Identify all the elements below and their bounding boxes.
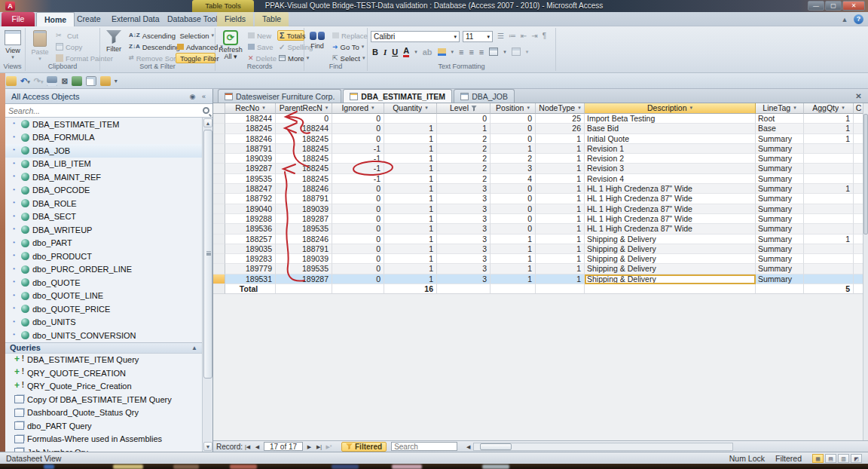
cell[interactable]: 1 [384,194,437,204]
row-selector[interactable] [213,164,225,173]
queries-section-header[interactable]: Queries▲ [5,342,202,354]
cell[interactable]: 1 [384,124,437,133]
tab-create[interactable]: Create [69,12,108,26]
cell[interactable]: Base Bid [585,124,756,133]
cell[interactable]: Revision 1 [585,144,756,154]
cell[interactable] [804,254,854,264]
cell[interactable]: Import Beta Testing [585,114,756,124]
cell[interactable]: 3 [437,234,491,244]
fill-color-button[interactable] [438,48,446,56]
taskbar-item[interactable] [113,464,143,469]
cell[interactable] [804,204,854,214]
column-header[interactable]: ParentRecN▾ [276,103,332,114]
qat-redo-icon[interactable]: ↷▾ [34,76,44,86]
row-selector[interactable] [213,144,225,154]
row-selector[interactable] [213,134,225,144]
row-selector[interactable] [213,154,225,164]
column-dropdown-icon[interactable]: ▾ [425,103,428,113]
increase-indent-icon[interactable]: ⇥ [531,32,537,40]
cell[interactable]: HL 1 High Credenza 87" Wide [585,204,756,214]
cell[interactable]: 188791 [276,244,332,254]
cell[interactable]: Summary [756,174,804,184]
cell[interactable]: HL 1 High Credenza 87" Wide [585,214,756,224]
nav-pane-header[interactable]: All Access Objects ◉ « [5,89,212,104]
cell[interactable]: 1 [384,184,437,194]
cell[interactable]: 0 [332,244,384,254]
datasheet-view-button[interactable]: ▦ [812,454,824,463]
cell[interactable]: 1 [491,234,536,244]
cell[interactable]: 188245 [276,164,332,173]
save-record-button[interactable]: Save [246,41,277,52]
column-dropdown-icon[interactable]: ▾ [793,103,796,113]
column-header[interactable]: Level [437,103,491,114]
column-dropdown-icon[interactable]: ▾ [578,103,581,113]
cell[interactable]: 1 [536,154,585,164]
cell[interactable]: Summary [756,224,804,234]
taskbar-item[interactable] [392,464,422,469]
column-header[interactable]: Description▾ [585,103,756,114]
nav-search-box[interactable] [5,104,212,118]
italic-button[interactable]: I [384,48,387,57]
sidebar-item-table[interactable]: *DBA_MAINT_REF [5,170,202,184]
sidebar-item-table[interactable]: *dbo_QUOTE_PRICE [5,302,202,316]
cell[interactable]: Shipping & Delivery [585,254,756,264]
cell[interactable]: 1 [536,174,585,184]
cell[interactable]: 1 [804,134,854,144]
cell[interactable]: 0 [332,274,384,284]
qat-print-preview-icon[interactable] [86,76,96,86]
qat-new-folder-icon[interactable] [100,76,111,86]
cell[interactable]: 189039 [276,254,332,264]
column-header[interactable]: Position▾ [491,103,536,114]
cell[interactable]: Base [756,124,804,133]
spelling-button[interactable]: ✓Spelling [277,41,304,52]
tab-file[interactable]: File [2,12,35,26]
qat-save-icon[interactable] [47,76,57,86]
cell[interactable]: 1 [384,154,437,164]
nav-scroll-thumb[interactable] [203,130,212,379]
cell[interactable]: 1 [536,224,585,234]
document-tab[interactable]: DBA_ESTIMATE_ITEM [343,89,452,103]
cell[interactable]: 3 [437,194,491,204]
nav-menu-icon[interactable]: ◉ [187,93,198,100]
record-position[interactable]: 17 of 17 [264,442,303,451]
ascending-button[interactable]: A↓ZAscending [127,30,174,41]
sidebar-item-table[interactable]: *dbo_UNITS [5,316,202,330]
row-selector[interactable] [213,214,225,224]
sidebar-item-table[interactable]: *dbo_QUOTE [5,276,202,290]
cell[interactable]: Summary [756,274,804,284]
selection-button[interactable]: Selection▾ [176,30,215,41]
row-selector[interactable] [213,184,225,194]
sidebar-item-table[interactable]: *DBA_JOB [5,144,202,158]
cell[interactable]: 189040 [225,204,276,214]
document-tab[interactable]: Datesweiser Furniture Corp. [218,89,341,103]
taskbar-item[interactable] [173,464,199,469]
cell[interactable]: Summary [756,154,804,164]
vscroll-thumb[interactable] [863,114,868,234]
cell[interactable]: 0 [332,124,384,133]
cell[interactable]: 1 [536,194,585,204]
align-right-button[interactable]: ≡ [479,48,484,57]
cell[interactable]: 1 [804,234,854,244]
cell[interactable]: 189287 [276,214,332,224]
nav-search-input[interactable] [8,106,203,115]
cell[interactable]: 188244 [225,114,276,124]
cell[interactable]: 0 [332,204,384,214]
cell[interactable] [804,164,854,173]
cell[interactable]: 2 [437,134,491,144]
sidebar-item-query[interactable]: DBA_ESTIMATE_ITEM Query [5,354,202,367]
gridlines-button[interactable] [489,48,498,56]
cell[interactable]: Summary [756,264,804,274]
sidebar-item-query[interactable]: Dashboard_Quote_Status Qry [5,406,202,420]
qat-open-icon[interactable] [6,76,17,86]
cell[interactable]: 0 [491,124,536,133]
cell[interactable]: 0 [332,114,384,124]
cell[interactable]: 0 [332,234,384,244]
cell[interactable]: 188245 [225,124,276,133]
cell[interactable]: HL 1 High Credenza 87" Wide [585,224,756,234]
cell[interactable]: 1 [536,144,585,154]
filtered-indicator[interactable]: Filtered [775,454,802,463]
find-button[interactable]: Find [306,29,329,63]
numbering-icon[interactable]: ≔ [509,32,516,40]
close-button[interactable]: ✕ [842,1,865,11]
cell[interactable]: 3 [437,224,491,234]
